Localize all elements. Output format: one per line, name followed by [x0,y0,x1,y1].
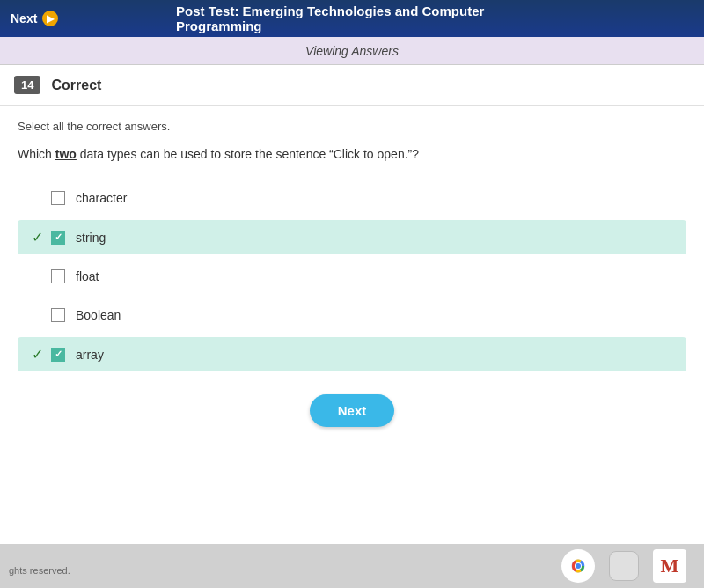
window-icon[interactable] [609,551,639,581]
question-status: Correct [51,77,101,93]
option-character-text: character [76,191,127,205]
top-navigation-bar: Next ▶ Post Test: Emerging Technologies … [0,0,704,37]
svg-point-4 [576,563,581,569]
chrome-icon[interactable] [561,549,595,583]
option-float-text: float [76,269,99,283]
next-button-container: Next [18,377,686,445]
main-content: 14 Correct Select all the correct answer… [0,65,704,544]
option-float[interactable]: float [18,260,686,293]
taskbar: ghts reserved. M [0,544,704,588]
checkmark-string: ✓ [32,229,46,246]
question-text: Which two data types can be used to stor… [18,145,686,164]
checkbox-boolean[interactable] [51,308,65,322]
option-array-text: array [76,348,104,362]
checkbox-array[interactable] [51,348,65,362]
emphasis-word: two [55,147,77,161]
next-nav-label: Next [11,11,37,26]
question-instruction: Select all the correct answers. [18,120,686,133]
option-boolean-text: Boolean [76,308,121,322]
option-character[interactable]: character [18,181,686,215]
page-title: Post Test: Emerging Technologies and Com… [176,4,528,33]
option-string[interactable]: ✓ string [18,220,686,254]
next-nav-button[interactable]: Next ▶ [11,11,58,26]
next-arrow-icon: ▶ [42,11,58,26]
checkbox-float[interactable] [51,269,65,283]
checkbox-string[interactable] [51,231,65,245]
question-number: 14 [14,76,40,94]
option-string-text: string [76,231,106,245]
checkbox-character[interactable] [51,191,65,205]
checkmark-placeholder-boolean [32,307,46,323]
question-header: 14 Correct [0,65,704,106]
footer-rights-text: ghts reserved. [9,565,70,576]
option-boolean[interactable]: Boolean [18,298,686,332]
checkmark-array: ✓ [32,346,46,363]
options-list: character ✓ string float Boolean ✓ [18,181,686,371]
checkmark-placeholder-float [32,268,46,284]
viewing-answers-label: Viewing Answers [305,44,399,58]
question-body: Select all the correct answers. Which tw… [0,106,704,459]
viewing-answers-bar: Viewing Answers [0,37,704,65]
option-array[interactable]: ✓ array [18,337,686,371]
gmail-icon[interactable]: M [653,549,686,583]
next-button[interactable]: Next [310,394,395,427]
checkmark-placeholder [32,190,46,206]
